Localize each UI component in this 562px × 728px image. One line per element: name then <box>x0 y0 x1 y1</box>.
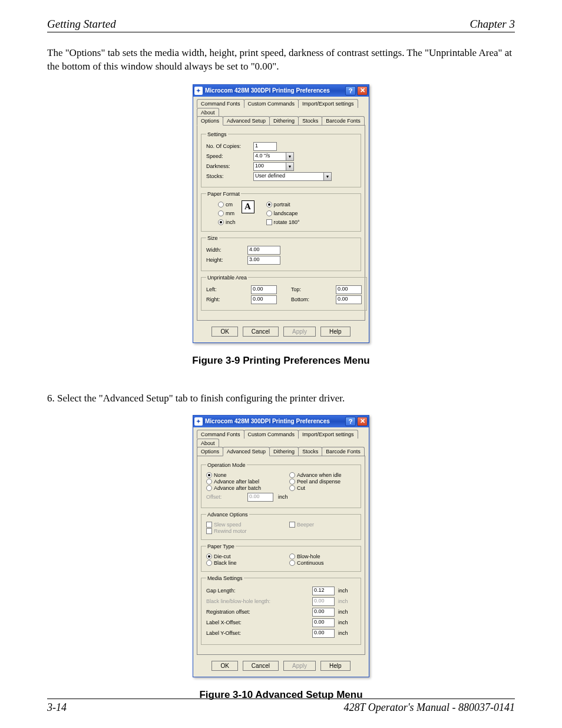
bottom-input[interactable]: 0.00 <box>336 295 362 304</box>
media-settings-group: Media Settings Gap Length:0.12inch Black… <box>201 575 361 645</box>
tab-options[interactable]: Options <box>197 116 223 126</box>
tab-custom-commands[interactable]: Custom Commands <box>244 99 299 108</box>
top-input[interactable]: 0.00 <box>336 285 362 294</box>
titlebar[interactable]: ✦ Microcom 428M 300DPI Printing Preferen… <box>193 416 369 427</box>
advance-options-group: Advance Options Slew speed Rewind motor … <box>201 512 361 540</box>
tab-import-export[interactable]: Import/Export settings <box>298 430 358 439</box>
close-icon[interactable]: ✕ <box>357 417 368 426</box>
rotate-180[interactable]: rotate 180° <box>266 219 300 225</box>
label-y-offset-input[interactable]: 0.00 <box>312 629 335 638</box>
titlebar[interactable]: ✦ Microcom 428M 300DPI Printing Preferen… <box>193 85 369 97</box>
step-6: 6. Select the "Advanced Setup" tab to fi… <box>47 393 515 404</box>
mode-when-idle[interactable]: Advance when idle <box>289 472 356 478</box>
cancel-button[interactable]: Cancel <box>243 327 279 337</box>
ok-button[interactable]: OK <box>211 327 237 337</box>
right-input[interactable]: 0.00 <box>251 295 277 304</box>
tab-dithering[interactable]: Dithering <box>269 116 299 125</box>
app-icon: ✦ <box>194 417 203 426</box>
left-input[interactable]: 0.00 <box>251 285 277 294</box>
paragraph-1: The "Options" tab sets the media width, … <box>47 47 515 74</box>
tab-custom-commands[interactable]: Custom Commands <box>244 430 299 439</box>
orient-landscape[interactable]: landscape <box>266 210 300 216</box>
footer-manual-id: 428T Operator's Manual - 880037-0141 <box>343 701 515 714</box>
apply-button[interactable]: Apply <box>283 327 316 337</box>
tab-stocks[interactable]: Stocks <box>298 447 322 456</box>
mode-after-batch[interactable]: Advance after batch <box>206 485 273 491</box>
paper-blackline[interactable]: Black line <box>206 560 273 566</box>
apply-button[interactable]: Apply <box>283 661 316 671</box>
darkness-select[interactable]: 100▼ <box>253 162 294 171</box>
unit-inch[interactable]: inch <box>218 219 236 225</box>
tab-barcode-fonts[interactable]: Barcode Fonts <box>322 116 365 125</box>
rewind-motor: Rewind motor <box>206 528 273 534</box>
registration-offset-input[interactable]: 0.00 <box>312 608 335 617</box>
orientation-preview-icon: A <box>242 200 254 213</box>
help-icon[interactable]: ? <box>345 86 356 95</box>
paper-diecut[interactable]: Die-cut <box>206 554 273 559</box>
tab-about[interactable]: About <box>197 439 219 447</box>
chevron-down-icon[interactable]: ▼ <box>286 162 294 171</box>
help-button[interactable]: Help <box>320 661 351 671</box>
mode-none[interactable]: None <box>206 472 273 478</box>
height-input[interactable]: 3.00 <box>247 256 280 265</box>
tab-import-export[interactable]: Import/Export settings <box>298 99 358 108</box>
beeper: Beeper <box>289 522 356 528</box>
cancel-button[interactable]: Cancel <box>243 661 279 671</box>
figure-3-9-caption: Figure 3-9 Printing Preferences Menu <box>47 355 515 367</box>
header-right: Chapter 3 <box>470 18 515 31</box>
settings-group: Settings No. Of Copies: 1 Speed: 4.0 "/s… <box>201 131 361 187</box>
help-icon[interactable]: ? <box>345 417 356 426</box>
mode-peel-dispense[interactable]: Peel and dispense <box>289 479 356 485</box>
tab-stocks[interactable]: Stocks <box>298 116 322 125</box>
tab-advanced-setup[interactable]: Advanced Setup <box>223 116 270 125</box>
copies-input[interactable]: 1 <box>253 142 277 151</box>
label-x-offset-input[interactable]: 0.00 <box>312 618 335 627</box>
mode-cut[interactable]: Cut <box>289 485 356 491</box>
dialog-printing-preferences-advanced: ✦ Microcom 428M 300DPI Printing Preferen… <box>193 415 369 677</box>
width-input[interactable]: 4.00 <box>247 246 280 255</box>
chevron-down-icon[interactable]: ▼ <box>323 172 332 181</box>
orient-portrait[interactable]: portrait <box>266 202 300 207</box>
tab-advanced-setup[interactable]: Advanced Setup <box>223 447 270 456</box>
help-button[interactable]: Help <box>320 327 351 337</box>
header-rule <box>47 32 515 32</box>
tab-barcode-fonts[interactable]: Barcode Fonts <box>322 447 365 456</box>
dialog-printing-preferences-options: ✦ Microcom 428M 300DPI Printing Preferen… <box>193 84 369 343</box>
paper-type-group: Paper Type Die-cut Black line Blow-hole … <box>201 543 361 572</box>
unit-cm[interactable]: cm <box>218 202 236 207</box>
tab-about[interactable]: About <box>197 108 219 117</box>
operation-mode-group: Operation Mode None Advance after label … <box>201 462 361 508</box>
footer-page-number: 3-14 <box>47 701 67 714</box>
tab-command-fonts[interactable]: Command Fonts <box>197 430 244 439</box>
paper-continuous[interactable]: Continuous <box>289 560 356 566</box>
tab-dithering[interactable]: Dithering <box>269 447 299 456</box>
header-left: Getting Started <box>47 18 116 31</box>
gap-length-input[interactable]: 0.12 <box>312 587 335 595</box>
close-icon[interactable]: ✕ <box>357 86 368 95</box>
chevron-down-icon[interactable]: ▼ <box>286 152 294 161</box>
unprintable-area-group: Unprintable Area Left:0.00 Top:0.00 Righ… <box>201 275 367 311</box>
slow-speed: Slew speed <box>206 522 273 528</box>
mode-after-label[interactable]: Advance after label <box>206 479 273 485</box>
tab-options[interactable]: Options <box>197 447 223 456</box>
offset-input: 0.00 <box>247 493 273 502</box>
window-title: Microcom 428M 300DPI Printing Preference… <box>205 418 330 424</box>
app-icon: ✦ <box>194 87 203 95</box>
size-group: Size Width:4.00 Height:3.00 <box>201 235 361 271</box>
speed-select[interactable]: 4.0 "/s▼ <box>253 152 294 161</box>
stocks-select[interactable]: User defined▼ <box>253 172 332 181</box>
tab-command-fonts[interactable]: Command Fonts <box>197 99 244 108</box>
window-title: Microcom 428M 300DPI Printing Preference… <box>205 87 330 94</box>
black-line-length-input: 0.00 <box>312 597 335 606</box>
ok-button[interactable]: OK <box>211 661 237 671</box>
paper-format-group: Paper Format cm mm inch A portrait lands… <box>201 191 361 232</box>
paper-blowhole[interactable]: Blow-hole <box>289 554 356 559</box>
unit-mm[interactable]: mm <box>218 210 236 216</box>
